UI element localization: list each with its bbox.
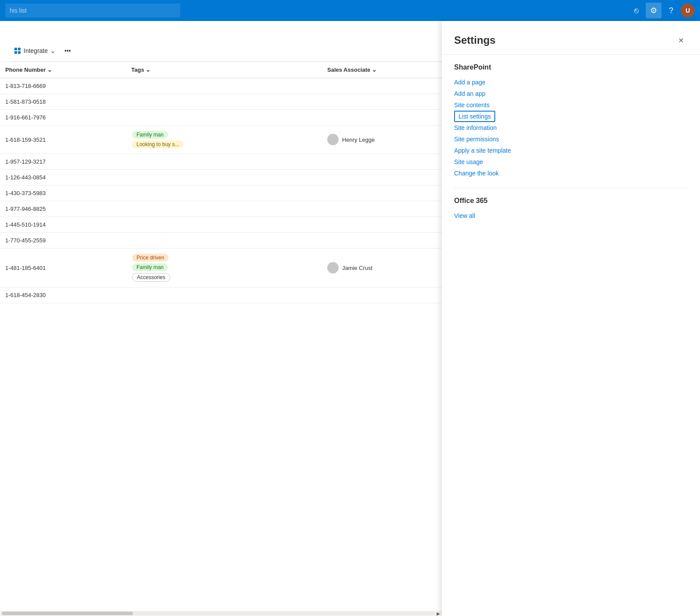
help-icon-button[interactable]: ? (663, 3, 679, 18)
column-phone-label: Phone Number (5, 66, 46, 73)
cell-phone: 1-126-443-0854 (0, 170, 126, 186)
top-bar-icons: ⎋ ⚙ ? U (628, 3, 695, 18)
cell-tags (126, 154, 322, 170)
settings-link-site-information[interactable]: Site information (454, 122, 688, 133)
column-header-tags[interactable]: Tags ⌄ (126, 62, 322, 78)
cell-phone: 1-916-661-7976 (0, 110, 126, 126)
cell-phone: 1-430-373-5983 (0, 186, 126, 201)
integrate-label: Integrate (24, 47, 48, 54)
cell-tags (126, 170, 322, 186)
office365-section-title: Office 365 (454, 197, 688, 205)
back-icon-button[interactable]: ⎋ (628, 3, 644, 18)
settings-link-site-permissions[interactable]: Site permissions (454, 133, 688, 145)
cell-phone: 1-957-129-3217 (0, 154, 126, 170)
cell-tags (126, 201, 322, 217)
associate-avatar (327, 262, 339, 273)
settings-panel: Settings ✕ SharePoint Add a pageAdd an a… (442, 21, 700, 616)
settings-link-list-settings[interactable]: List settings (454, 111, 495, 122)
svg-rect-3 (14, 51, 17, 54)
settings-link-change-the-look[interactable]: Change the look (454, 168, 688, 179)
settings-link-site-contents[interactable]: Site contents (454, 99, 688, 111)
cell-phone: 1-618-454-2830 (0, 287, 126, 303)
settings-divider (454, 188, 688, 188)
settings-icon-button[interactable]: ⚙ (646, 3, 662, 18)
cell-tags (126, 94, 322, 110)
cell-phone: 1-481-185-6401 (0, 248, 126, 287)
avatar[interactable]: U (681, 4, 695, 18)
cell-phone: 1-770-455-2559 (0, 233, 126, 248)
tag-badge: Family man (132, 263, 168, 271)
main-content: Private group ★ Following 👤 1 member Int… (0, 21, 700, 616)
scroll-arrow-right[interactable]: ▶ (437, 611, 442, 616)
associate-name: Henry Legge (342, 136, 374, 143)
cell-tags (126, 233, 322, 248)
column-associate-label: Sales Associate (327, 66, 371, 73)
cell-tags (126, 217, 322, 233)
search-input[interactable] (5, 4, 180, 18)
settings-close-button[interactable]: ✕ (674, 33, 688, 47)
cell-tags: Price drivenFamily manAccessories (126, 248, 322, 287)
settings-panel-header: Settings ✕ (442, 21, 700, 55)
office365-link-view-all[interactable]: View all (454, 210, 688, 221)
settings-link-site-usage[interactable]: Site usage (454, 156, 688, 168)
svg-point-11 (331, 136, 335, 140)
cell-phone: 1-445-510-1914 (0, 217, 126, 233)
column-header-phone[interactable]: Phone Number ⌄ (0, 62, 126, 78)
bottom-scrollbar[interactable]: ▶ (0, 611, 442, 616)
horizontal-scrollbar-track[interactable] (2, 612, 435, 615)
help-label: ? (669, 6, 673, 15)
settings-link-add-a-page[interactable]: Add a page (454, 77, 688, 88)
tag-badge: Price driven (132, 254, 168, 262)
svg-point-14 (330, 269, 336, 272)
settings-links-container: Add a pageAdd an appSite contentsList se… (454, 77, 688, 179)
sharepoint-section-title: SharePoint (454, 63, 688, 71)
settings-link-add-an-app[interactable]: Add an app (454, 88, 688, 99)
avatar-initials: U (686, 7, 690, 14)
sort-icon-associate: ⌄ (372, 66, 377, 73)
associate-name: Jamie Crust (342, 265, 372, 271)
associate-avatar (327, 134, 339, 145)
svg-point-13 (331, 265, 335, 268)
svg-point-12 (330, 141, 336, 144)
cell-phone: 1-813-718-6669 (0, 78, 126, 94)
tag-badge: Family man (132, 131, 168, 139)
tag-badge: Looking to buy s... (132, 140, 183, 148)
cell-tags (126, 287, 322, 303)
office365-links-container: View all (454, 210, 688, 221)
column-tags-label: Tags (131, 66, 144, 73)
more-dots-icon: ••• (64, 47, 71, 54)
svg-rect-2 (18, 48, 21, 50)
cell-phone: 1-581-873-0518 (0, 94, 126, 110)
close-icon: ✕ (678, 36, 684, 45)
cell-tags (126, 110, 322, 126)
cell-tags (126, 186, 322, 201)
sort-icon-phone: ⌄ (47, 66, 52, 73)
integrate-chevron-icon: ⌄ (50, 47, 56, 54)
grid-icon (14, 47, 21, 54)
settings-panel-title: Settings (454, 34, 496, 46)
svg-rect-1 (14, 48, 17, 50)
settings-panel-body: SharePoint Add a pageAdd an appSite cont… (442, 55, 700, 230)
svg-rect-4 (18, 51, 21, 54)
cell-phone: 1-977-946-8825 (0, 201, 126, 217)
settings-link-apply-a-site-template[interactable]: Apply a site template (454, 145, 688, 156)
horizontal-scrollbar-thumb[interactable] (2, 612, 133, 615)
more-button[interactable]: ••• (61, 45, 74, 57)
cell-tags: Family manLooking to buy s... (126, 126, 322, 154)
tag-badge: Accessories (132, 273, 170, 282)
cell-tags (126, 78, 322, 94)
integrate-button[interactable]: Integrate ⌄ (10, 45, 59, 57)
cell-phone: 1-618-159-3521 (0, 126, 126, 154)
top-navigation-bar: ⎋ ⚙ ? U (0, 0, 700, 21)
sort-icon-tags: ⌄ (146, 66, 150, 73)
